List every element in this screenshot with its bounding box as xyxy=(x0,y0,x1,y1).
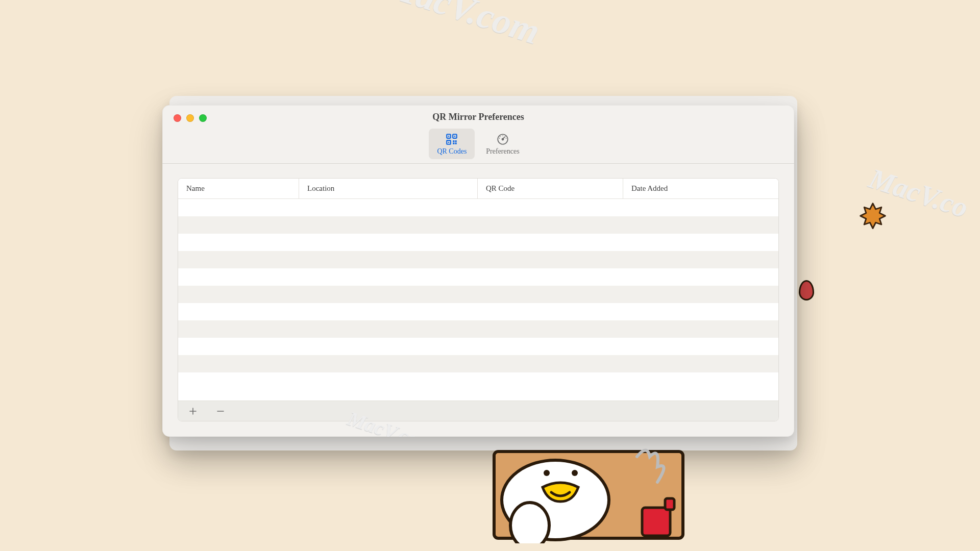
minus-icon xyxy=(216,407,225,415)
remove-button[interactable] xyxy=(214,405,227,418)
table-row[interactable] xyxy=(178,199,778,216)
tab-preferences[interactable]: Preferences xyxy=(478,129,527,159)
titlebar: QR Mirror Preferences xyxy=(162,105,794,164)
table-row[interactable] xyxy=(178,355,778,372)
table-header-row: Name Location QR Code Date Added xyxy=(178,179,778,199)
svg-rect-4 xyxy=(454,136,455,137)
svg-rect-5 xyxy=(448,142,449,143)
svg-rect-9 xyxy=(455,143,457,144)
add-button[interactable] xyxy=(186,405,200,418)
column-header-name[interactable]: Name xyxy=(178,179,299,198)
svg-rect-6 xyxy=(453,140,455,142)
table-row[interactable] xyxy=(178,216,778,234)
svg-rect-8 xyxy=(453,143,455,144)
table-row[interactable] xyxy=(178,338,778,355)
table-row[interactable] xyxy=(178,234,778,251)
svg-rect-14 xyxy=(665,498,674,510)
svg-point-17 xyxy=(544,470,550,476)
content-area: Name Location QR Code Date Added xyxy=(162,164,794,437)
column-header-location[interactable]: Location xyxy=(299,179,477,198)
column-header-qr-code[interactable]: QR Code xyxy=(477,179,623,198)
table-row[interactable] xyxy=(178,320,778,338)
window-title: QR Mirror Preferences xyxy=(162,112,794,121)
column-header-date-added[interactable]: Date Added xyxy=(623,179,778,198)
table-body[interactable] xyxy=(178,199,778,400)
svg-point-18 xyxy=(572,470,578,476)
svg-rect-7 xyxy=(455,140,457,142)
preferences-window: QR Mirror Preferences xyxy=(162,105,794,437)
tab-label: Preferences xyxy=(486,148,519,155)
table-footer xyxy=(178,400,778,421)
qr-table: Name Location QR Code Date Added xyxy=(178,178,779,421)
table-row[interactable] xyxy=(178,251,778,268)
plus-icon xyxy=(189,407,197,415)
svg-point-16 xyxy=(510,503,549,543)
table-row[interactable] xyxy=(178,303,778,320)
tab-qr-codes[interactable]: QR Codes xyxy=(429,129,475,159)
maple-leaf-icon xyxy=(857,202,888,232)
watermark: MacV.com xyxy=(381,0,545,51)
svg-rect-3 xyxy=(448,136,449,137)
tab-label: QR Codes xyxy=(437,148,467,155)
decorative-shape-icon xyxy=(799,280,814,300)
svg-rect-13 xyxy=(642,508,670,536)
table-row[interactable] xyxy=(178,286,778,303)
qr-code-icon xyxy=(445,133,458,146)
gauge-icon xyxy=(496,133,509,146)
toolbar-tabs: QR Codes Preferences xyxy=(162,129,794,159)
duck-illustration xyxy=(489,441,688,543)
table-row[interactable] xyxy=(178,268,778,286)
